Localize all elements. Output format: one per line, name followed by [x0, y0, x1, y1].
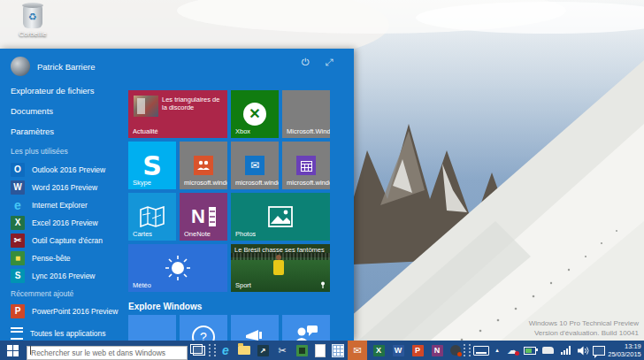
- battery-icon: [524, 347, 536, 355]
- maps-icon: [140, 206, 165, 227]
- calculator-icon: [332, 344, 344, 357]
- chevron-up-icon: ▴: [495, 347, 499, 354]
- action-center-button[interactable]: [591, 341, 607, 360]
- app-powerpoint-2016[interactable]: P PowerPoint 2016 Preview: [11, 303, 122, 319]
- search-input[interactable]: [27, 346, 188, 360]
- tray-network[interactable]: [557, 341, 573, 360]
- tile-windows-feedback[interactable]: [231, 315, 279, 341]
- tray-onedrive[interactable]: ☁: [504, 341, 520, 360]
- calendar-icon: [296, 156, 316, 175]
- taskbar-remote-app[interactable]: ↗: [254, 341, 272, 360]
- internet-explorer-icon: e: [11, 198, 25, 212]
- show-hidden-icons[interactable]: ▴: [492, 341, 502, 360]
- onenote-icon: N: [432, 345, 443, 356]
- app-outlook-2016[interactable]: O Outlook 2016 Preview: [11, 162, 122, 178]
- start-button[interactable]: [4, 341, 21, 360]
- start-menu: Patrick Barriere ⏻ ⤢ Explorateur de fich…: [0, 49, 354, 341]
- taskbar-internet-explorer[interactable]: e: [217, 341, 234, 360]
- toolbar-grip[interactable]: [209, 341, 216, 360]
- app-word-2016[interactable]: W Word 2016 Preview: [11, 180, 122, 195]
- tile-skype[interactable]: S Skype: [128, 142, 176, 189]
- scissors-icon: ✂: [278, 345, 286, 356]
- sticky-notes-icon: [296, 345, 308, 356]
- taskbar-search[interactable]: [27, 343, 188, 357]
- nav-documents[interactable]: Documents: [11, 106, 53, 120]
- taskbar-sticky-notes[interactable]: [293, 341, 310, 360]
- xbox-icon: ✕: [243, 103, 266, 126]
- expand-start-icon[interactable]: ⤢: [322, 55, 336, 69]
- recycle-bin[interactable]: ♻ Corbeille: [12, 5, 53, 38]
- keyboard-icon: [473, 346, 489, 356]
- network-signal-icon: [561, 346, 571, 355]
- record-icon: [450, 345, 461, 356]
- app-lync-2016[interactable]: S Lync 2016 Preview: [11, 268, 122, 284]
- folder-icon: [238, 346, 250, 355]
- photos-icon: [268, 206, 293, 227]
- nav-file-explorer[interactable]: Explorateur de fichiers: [11, 86, 95, 100]
- text-caret: [30, 346, 31, 355]
- recycle-bin-label: Corbeille: [12, 30, 53, 38]
- taskbar-calculator[interactable]: [330, 341, 346, 360]
- mail-icon: ✉: [245, 156, 264, 175]
- windows-logo-icon: [7, 345, 19, 356]
- snipping-tool-icon: ✂: [11, 234, 25, 248]
- tile-sport[interactable]: Le Brésil chasse ses fantômes Sport: [231, 244, 330, 292]
- document-icon: [315, 344, 326, 357]
- all-apps-button[interactable]: Toutes les applications: [11, 326, 106, 341]
- people-icon: [194, 156, 213, 175]
- user-account[interactable]: Patrick Barriere: [11, 56, 95, 77]
- tile-weather[interactable]: Météo: [128, 244, 227, 292]
- tile-people[interactable]: microsoft.windo: [180, 142, 227, 189]
- clock-date: 25/03/2015: [608, 350, 641, 358]
- tile-xbox[interactable]: ✕ Xbox: [231, 90, 279, 138]
- power-button[interactable]: ⏻: [298, 55, 312, 69]
- taskbar-word[interactable]: W: [389, 341, 407, 360]
- tray-app[interactable]: [540, 341, 556, 360]
- tray-battery[interactable]: [522, 341, 538, 360]
- news-headline: Les triangulaires de la discorde: [162, 96, 224, 111]
- powerpoint-icon: P: [11, 304, 25, 318]
- clock-time: 13:19: [608, 342, 641, 350]
- watermark-line1: Windows 10 Pro Technical Preview: [529, 318, 639, 328]
- word-icon: W: [393, 345, 404, 356]
- tile-onenote[interactable]: N OneNote: [180, 193, 227, 241]
- nav-settings[interactable]: Paramètres: [11, 126, 54, 141]
- clock[interactable]: 13:19 25/03/2015: [607, 341, 642, 360]
- tile-news[interactable]: Les triangulaires de la discorde Actuali…: [128, 90, 227, 138]
- taskbar: e ↗ ✂ ✉ X W P N ▴ ☁ 13:19 25/03/2015: [0, 341, 644, 360]
- tile-microsoft-windows[interactable]: Microsoft.Windc: [282, 90, 330, 138]
- build-watermark: Windows 10 Pro Technical Preview Version…: [529, 318, 639, 338]
- tile-explore-1[interactable]: [128, 315, 176, 341]
- tile-calendar[interactable]: microsoft.windo: [282, 142, 330, 189]
- tray-volume[interactable]: [575, 341, 591, 360]
- touch-keyboard-button[interactable]: [472, 341, 491, 360]
- app-snipping-tool[interactable]: ✂ Outil Capture d'écran: [11, 233, 122, 249]
- taskbar-powerpoint[interactable]: P: [409, 341, 426, 360]
- taskbar-file-explorer[interactable]: [235, 341, 253, 360]
- toolbar-grip-2[interactable]: [464, 341, 471, 360]
- recently-added-heading: Récemment ajouté: [11, 289, 73, 298]
- app-internet-explorer[interactable]: e Internet Explorer: [11, 197, 122, 213]
- taskbar-excel[interactable]: X: [370, 341, 387, 360]
- tile-photos[interactable]: Photos: [231, 193, 330, 241]
- tile-mail[interactable]: ✉ microsoft.windo: [231, 142, 279, 189]
- taskbar-notepad[interactable]: [312, 341, 328, 360]
- help-question-icon: ?: [192, 326, 215, 341]
- excel-icon: X: [11, 216, 25, 230]
- taskbar-outlook-active[interactable]: ✉: [348, 341, 367, 360]
- recycle-bin-icon: ♻: [23, 5, 42, 28]
- taskbar-snipping-tool[interactable]: ✂: [273, 341, 291, 360]
- excel-icon: X: [373, 345, 385, 356]
- tile-maps[interactable]: Cartes: [128, 193, 176, 241]
- taskbar-onenote[interactable]: N: [428, 341, 446, 360]
- task-view-button[interactable]: [190, 341, 208, 360]
- cloud-sync-error-icon: ☁: [507, 345, 518, 356]
- app-excel-2016[interactable]: X Excel 2016 Preview: [11, 215, 122, 231]
- app-sticky-notes[interactable]: ■ Pense-bête: [11, 250, 122, 266]
- tile-get-started[interactable]: ?: [180, 315, 227, 341]
- task-view-icon: [193, 346, 205, 356]
- all-apps-icon: [11, 327, 23, 340]
- taskbar-recording-app[interactable]: [448, 341, 464, 360]
- tile-contact-support[interactable]: [282, 315, 330, 341]
- news-thumbnail: [134, 96, 158, 117]
